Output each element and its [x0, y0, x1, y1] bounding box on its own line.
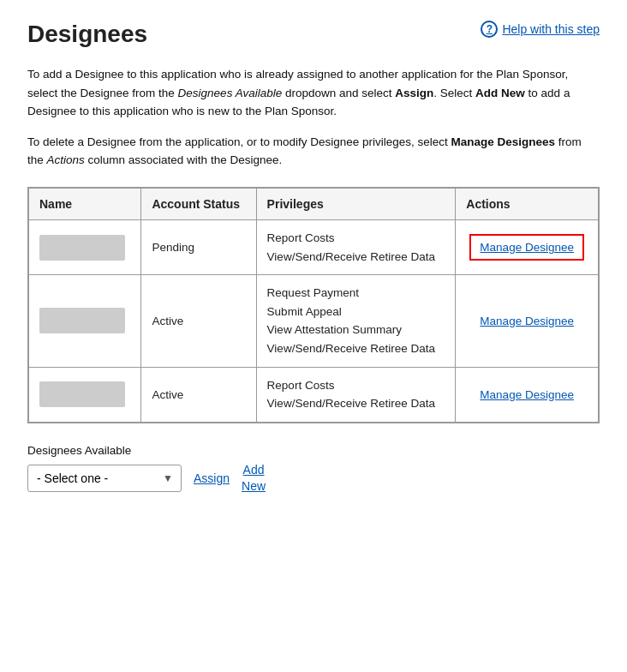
help-icon: ? — [481, 21, 498, 38]
help-link-label: Help with this step — [502, 22, 600, 36]
privileges-cell: Report CostsView/Send/Receive Retiree Da… — [256, 219, 456, 274]
assign-link[interactable]: Assign — [194, 471, 230, 485]
manage-designee-link[interactable]: Manage Designee — [469, 234, 584, 261]
table-row: ActiveRequest PaymentSubmit AppealView A… — [29, 275, 599, 367]
name-placeholder — [39, 381, 125, 407]
col-header-actions: Actions — [456, 188, 599, 219]
help-link[interactable]: ? Help with this step — [481, 21, 600, 38]
privilege-item: Request Payment — [267, 284, 445, 303]
status-cell: Active — [141, 275, 256, 367]
privilege-item: Submit Appeal — [267, 303, 445, 321]
status-cell: Pending — [141, 219, 256, 274]
add-new-link[interactable]: AddNew — [242, 462, 266, 495]
privileges-cell: Request PaymentSubmit AppealView Attesta… — [256, 275, 456, 367]
designees-table: Name Account Status Privileges Actions P… — [28, 188, 599, 423]
designees-select[interactable]: - Select one - — [27, 465, 182, 492]
description-para-1: To add a Designee to this application wh… — [27, 65, 600, 121]
actions-cell: Manage Designee — [456, 219, 599, 274]
name-cell — [29, 219, 141, 274]
designees-available-label: Designees Available — [27, 444, 600, 457]
privileges-cell: Report CostsView/Send/Receive Retiree Da… — [256, 367, 456, 422]
col-header-name: Name — [29, 188, 141, 219]
col-header-privileges: Privileges — [256, 188, 456, 219]
manage-designee-link[interactable]: Manage Designee — [480, 315, 574, 327]
name-cell — [29, 275, 141, 367]
privilege-item: Report Costs — [267, 376, 445, 395]
page-title: Designees — [27, 21, 147, 48]
name-placeholder — [39, 235, 125, 261]
designees-select-wrapper: - Select one - ▼ — [27, 465, 182, 492]
bottom-section: Designees Available - Select one - ▼ Ass… — [27, 444, 600, 495]
privilege-item: View/Send/Receive Retiree Data — [267, 394, 445, 413]
privilege-item: Report Costs — [267, 229, 445, 248]
col-header-account-status: Account Status — [141, 188, 256, 219]
designees-table-wrapper: Name Account Status Privileges Actions P… — [27, 187, 600, 423]
actions-cell: Manage Designee — [456, 367, 599, 422]
description-para-2: To delete a Designee from the applicatio… — [27, 133, 600, 170]
privilege-item: View Attestation Summary — [267, 321, 445, 339]
privilege-item: View/Send/Receive Retiree Data — [267, 248, 445, 267]
status-cell: Active — [141, 367, 256, 422]
bottom-controls: - Select one - ▼ Assign AddNew — [27, 462, 600, 495]
table-row: PendingReport CostsView/Send/Receive Ret… — [29, 219, 599, 274]
manage-designee-link[interactable]: Manage Designee — [480, 388, 574, 401]
name-cell — [29, 367, 141, 422]
table-row: ActiveReport CostsView/Send/Receive Reti… — [29, 367, 599, 422]
name-placeholder — [39, 308, 125, 333]
actions-cell: Manage Designee — [456, 275, 599, 367]
privilege-item: View/Send/Receive Retiree Data — [267, 339, 445, 358]
